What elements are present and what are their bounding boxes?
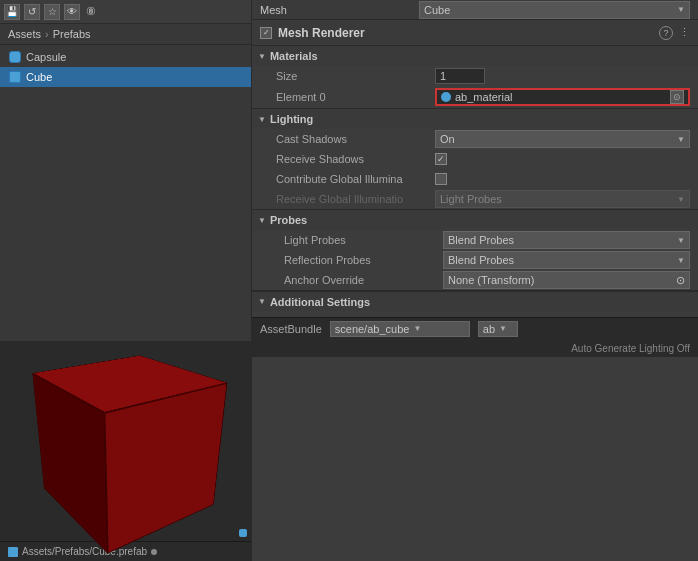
asset-toolbar: 💾 ↺ ☆ 👁 ⑧ (0, 0, 251, 24)
file-list: Capsule Cube (0, 45, 251, 341)
receive-gi-value: Light Probes (440, 193, 502, 205)
probes-title: Probes (270, 214, 307, 226)
menu-icon[interactable]: ⋮ (679, 26, 690, 39)
capsule-label: Capsule (26, 51, 66, 63)
list-item-cube[interactable]: Cube (0, 67, 251, 87)
lighting-title: Lighting (270, 113, 313, 125)
receive-gi-value-container: Light Probes ▼ (435, 190, 690, 208)
preview-canvas (0, 341, 251, 541)
light-probes-arrow: ▼ (677, 236, 685, 245)
asset-bundle-variant-value: ab (483, 323, 495, 335)
cast-shadows-dropdown[interactable]: On ▼ (435, 130, 690, 148)
component-enabled-checkbox[interactable]: ✓ (260, 27, 272, 39)
asset-bundle-label: AssetBundle (260, 323, 322, 335)
receive-gi-label: Receive Global Illuminatio (276, 193, 431, 205)
contribute-gi-label: Contribute Global Illumina (276, 173, 431, 185)
material-dot (441, 92, 451, 102)
cube-3d-preview (63, 367, 178, 516)
lighting-section: ▼ Lighting Cast Shadows On ▼ Receive Sha… (252, 109, 698, 210)
element-row: Element 0 ab_material ⊙ (252, 86, 698, 108)
left-panel: 💾 ↺ ☆ 👁 ⑧ Assets › Prefabs Capsule (0, 0, 252, 561)
anchor-override-value: None (Transform) (448, 274, 534, 286)
anchor-override-circle-icon[interactable]: ⊙ (676, 274, 685, 287)
size-input[interactable] (435, 68, 485, 84)
materials-arrow: ▼ (258, 52, 266, 61)
size-label: Size (276, 70, 431, 82)
breadcrumb: Assets › Prefabs (0, 24, 251, 45)
eye-count: ⑧ (86, 5, 96, 18)
material-field[interactable]: ab_material ⊙ (435, 88, 690, 106)
mesh-dropdown-arrow: ▼ (677, 5, 685, 14)
asset-bundle-dropdown-arrow: ▼ (413, 324, 421, 333)
cast-shadows-value: On (440, 133, 455, 145)
breadcrumb-sep: › (45, 28, 49, 40)
receive-shadows-value-container (435, 153, 690, 165)
reflection-probes-label: Reflection Probes (284, 254, 439, 266)
light-probes-row: Light Probes Blend Probes ▼ (252, 230, 698, 250)
refresh-icon[interactable]: ↺ (24, 4, 40, 20)
scroll-indicator (239, 529, 247, 537)
breadcrumb-child[interactable]: Prefabs (53, 28, 91, 40)
size-value-container (435, 68, 690, 84)
help-icon[interactable]: ? (659, 26, 673, 40)
receive-shadows-label: Receive Shadows (276, 153, 431, 165)
right-panel: Mesh Cube ▼ ✓ Mesh Renderer ? ⋮ ▼ M (252, 0, 698, 561)
lighting-arrow: ▼ (258, 115, 266, 124)
cast-shadows-arrow: ▼ (677, 135, 685, 144)
anchor-override-label: Anchor Override (284, 274, 439, 286)
eye-icon[interactable]: 👁 (64, 4, 80, 20)
material-name: ab_material (455, 91, 512, 103)
receive-gi-row: Receive Global Illuminatio Light Probes … (252, 189, 698, 209)
header-icons: ? ⋮ (659, 26, 690, 40)
element-label: Element 0 (276, 91, 431, 103)
lighting-section-header[interactable]: ▼ Lighting (252, 109, 698, 129)
mesh-row: Mesh Cube ▼ (252, 0, 698, 20)
additional-arrow: ▼ (258, 297, 266, 306)
cast-shadows-value-container: On ▼ (435, 130, 690, 148)
receive-gi-dropdown[interactable]: Light Probes ▼ (435, 190, 690, 208)
cube-label: Cube (26, 71, 52, 83)
reflection-probes-row: Reflection Probes Blend Probes ▼ (252, 250, 698, 270)
auto-gen-footer: Auto Generate Lighting Off (252, 339, 698, 357)
asset-bundle-dropdown[interactable]: scene/ab_cube ▼ (330, 321, 470, 337)
status-path: Assets/Prefabs/Cube.prefab (22, 546, 147, 557)
auto-gen-text: Auto Generate Lighting Off (571, 343, 690, 354)
material-picker-btn[interactable]: ⊙ (670, 90, 684, 104)
cast-shadows-label: Cast Shadows (276, 133, 431, 145)
materials-section-header[interactable]: ▼ Materials (252, 46, 698, 66)
contribute-gi-checkbox[interactable] (435, 173, 447, 185)
component-title: Mesh Renderer (278, 26, 653, 40)
probes-section-header[interactable]: ▼ Probes (252, 210, 698, 230)
light-probes-dropdown[interactable]: Blend Probes ▼ (443, 231, 690, 249)
light-probes-value-container: Blend Probes ▼ (443, 231, 690, 249)
star-icon[interactable]: ☆ (44, 4, 60, 20)
contribute-gi-row: Contribute Global Illumina (252, 169, 698, 189)
probes-section: ▼ Probes Light Probes Blend Probes ▼ Ref… (252, 210, 698, 291)
reflection-probes-value-container: Blend Probes ▼ (443, 251, 690, 269)
asset-bundle-variant-arrow: ▼ (499, 324, 507, 333)
anchor-override-value-container: None (Transform) ⊙ (443, 271, 690, 289)
probes-arrow: ▼ (258, 216, 266, 225)
contribute-gi-value-container (435, 173, 690, 185)
asset-bundle-variant-dropdown[interactable]: ab ▼ (478, 321, 518, 337)
materials-title: Materials (270, 50, 318, 62)
anchor-override-row: Anchor Override None (Transform) ⊙ (252, 270, 698, 290)
breadcrumb-root[interactable]: Assets (8, 28, 41, 40)
mesh-dropdown-value: Cube (424, 4, 450, 16)
reflection-probes-arrow: ▼ (677, 256, 685, 265)
capsule-icon (8, 50, 22, 64)
reflection-probes-value: Blend Probes (448, 254, 514, 266)
list-item-capsule[interactable]: Capsule (0, 47, 251, 67)
receive-shadows-checkbox[interactable] (435, 153, 447, 165)
save-icon[interactable]: 💾 (4, 4, 20, 20)
checkbox-check: ✓ (263, 28, 270, 37)
mesh-renderer-header: ✓ Mesh Renderer ? ⋮ (252, 20, 698, 46)
receive-shadows-row: Receive Shadows (252, 149, 698, 169)
cube-icon-sm (8, 547, 18, 557)
mesh-dropdown[interactable]: Cube ▼ (419, 1, 690, 19)
cube-face-front (104, 383, 227, 554)
anchor-override-dropdown[interactable]: None (Transform) ⊙ (443, 271, 690, 289)
asset-bundle-bar: AssetBundle scene/ab_cube ▼ ab ▼ (252, 317, 698, 339)
additional-settings-header[interactable]: ▼ Additional Settings (252, 291, 698, 311)
reflection-probes-dropdown[interactable]: Blend Probes ▼ (443, 251, 690, 269)
